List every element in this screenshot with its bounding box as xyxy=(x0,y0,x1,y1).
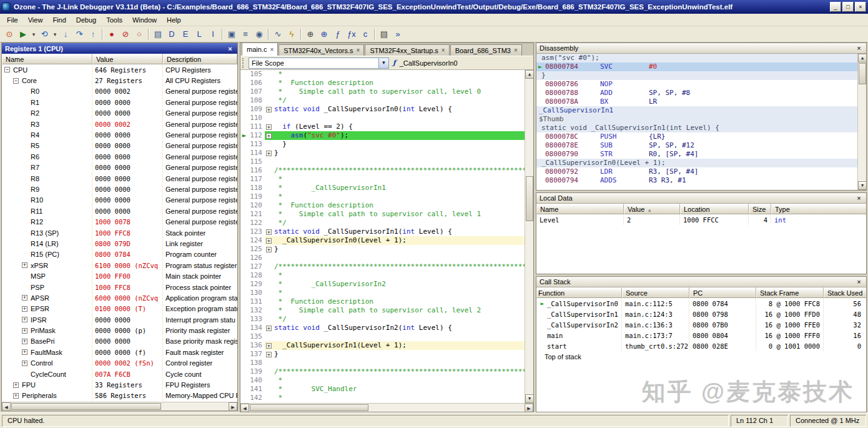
expand-box-icon[interactable]: + xyxy=(266,352,272,357)
menu-help[interactable]: Help xyxy=(162,14,186,26)
call-stack-frame-row[interactable]: _CallSupervisorIn2main.c:136:30800 07B01… xyxy=(536,319,866,330)
code-line[interactable]: 113 } xyxy=(240,140,533,149)
register-row[interactable]: +xPSR6100 0000 (nZCvqProgram status regi… xyxy=(2,260,237,271)
tab-STM32F4xx_Startup.s[interactable]: STM32F4xx_Startup.s× xyxy=(365,44,449,56)
line-number[interactable]: 121 xyxy=(248,210,265,219)
register-row[interactable]: R10000 0000General purpose registe xyxy=(2,97,237,107)
register-row[interactable]: R15 (PC)0800 0784Program counter xyxy=(2,249,237,260)
line-number[interactable]: 107 xyxy=(248,87,265,96)
power-button[interactable]: ⊙ xyxy=(2,27,16,41)
expand-box-icon[interactable]: + xyxy=(266,247,272,252)
code-line[interactable]: 127/************************************… xyxy=(240,262,533,271)
line-number[interactable]: 119 xyxy=(248,192,265,201)
disassembly-instruction-row[interactable]: 08000794ADDSR3 R3, #1 xyxy=(536,176,866,185)
line-number[interactable]: 141 xyxy=(248,385,265,394)
line-number[interactable]: 128 xyxy=(248,271,265,280)
column-header-value[interactable]: Value xyxy=(92,54,163,64)
code-line[interactable]: 138 xyxy=(240,359,533,367)
local-variable-row[interactable]: Level21000 FFCC4int xyxy=(536,214,866,225)
register-row[interactable]: +FPU33 RegistersFPU Registers xyxy=(2,379,237,390)
code-line[interactable]: 123+static void _CallSupervisorIn1(int L… xyxy=(240,227,533,236)
line-number[interactable]: 136 xyxy=(248,341,265,350)
registers-hscrollbar[interactable]: ◀ ▶ xyxy=(2,402,237,411)
code-line[interactable]: 130 * xyxy=(240,289,533,297)
line-number[interactable]: 132 xyxy=(248,306,265,315)
expand-box-icon[interactable]: + xyxy=(266,124,272,130)
expand-icon[interactable]: + xyxy=(22,317,27,322)
code-profile-button[interactable]: c xyxy=(358,27,372,41)
register-row[interactable]: +PriMask0000 0000 (p)Priority mask regis… xyxy=(2,325,237,336)
register-row[interactable]: R20000 0000General purpose registe xyxy=(2,108,237,119)
call-stack-frame-row[interactable]: _CallSupervisorIn1main.c:124:30800 07981… xyxy=(536,309,866,319)
expand-icon[interactable]: + xyxy=(22,349,27,355)
editor-hscrollbar[interactable]: ◀ ▶ xyxy=(240,403,533,412)
register-row[interactable]: R13 (SP)1000 FFC8Stack pointer xyxy=(2,227,237,238)
register-row[interactable]: +FaultMask0000 0000 (f)Fault mask regist… xyxy=(2,347,237,357)
console-view-button[interactable]: ≡ xyxy=(239,27,252,41)
code-line[interactable]: 107 * Simple call path to supervisor cal… xyxy=(240,87,533,96)
line-number[interactable]: 126 xyxy=(248,254,265,262)
code-line[interactable]: 139/************************************… xyxy=(240,367,533,376)
register-row[interactable]: +EPSR0100 0000 (T)Exception program stat… xyxy=(2,304,237,314)
disassembly-source-row[interactable]: asm("svc #0"); xyxy=(536,54,866,62)
scroll-thumb[interactable] xyxy=(526,176,533,221)
expand-icon[interactable]: + xyxy=(13,382,19,388)
line-number[interactable]: 109 xyxy=(248,105,265,114)
close-icon[interactable]: × xyxy=(270,46,274,53)
expand-icon[interactable]: + xyxy=(22,306,27,312)
tab-main.c[interactable]: main.c× xyxy=(242,43,278,56)
call-stack-frame-row[interactable]: startthumb_crt0.s:2720800 028E0 @ 1001 0… xyxy=(536,341,866,351)
expand-icon[interactable]: + xyxy=(22,295,27,301)
step-over-button[interactable]: ↷ xyxy=(72,27,86,41)
line-number[interactable]: 113 xyxy=(248,140,265,149)
register-row[interactable]: +APSR6000 0000 (nZCvqApplication program… xyxy=(2,292,237,303)
disassembly-label-row[interactable]: _CallSupervisorIn1 xyxy=(536,106,866,115)
call-stack-panel-title[interactable]: Call Stack × xyxy=(536,277,866,287)
disassembly-instruction-row[interactable]: 0800078ABXLR xyxy=(536,97,866,106)
collapse-icon[interactable]: − xyxy=(4,67,10,72)
close-icon[interactable]: × xyxy=(855,194,863,202)
line-number[interactable]: 106 xyxy=(248,79,265,87)
code-line[interactable]: 136+ _CallSupervisorIn1(Level + 1); xyxy=(240,341,533,350)
scroll-right-icon[interactable]: ▶ xyxy=(525,404,533,412)
code-line[interactable]: 132 * Simple call path to supervisor cal… xyxy=(240,306,533,315)
line-number[interactable]: 118 xyxy=(248,184,265,192)
register-row[interactable]: R50000 0000General purpose registe xyxy=(2,141,237,151)
close-icon[interactable]: × xyxy=(855,44,863,52)
code-line[interactable]: 106 * Function description xyxy=(240,79,533,87)
code-line[interactable]: 110 xyxy=(240,114,533,122)
call-stack-frame-row[interactable]: ►_CallSupervisorIn0main.c:112:50800 0784… xyxy=(536,298,866,309)
register-row[interactable]: R90000 0000General purpose registe xyxy=(2,184,237,194)
scroll-thumb[interactable] xyxy=(859,63,866,84)
line-number[interactable]: 120 xyxy=(248,201,265,210)
register-row[interactable]: −Core27 RegistersAll CPU Registers xyxy=(2,75,237,86)
expand-box-icon[interactable]: + xyxy=(266,151,272,156)
line-number[interactable]: 129 xyxy=(248,280,265,289)
line-number[interactable]: 133 xyxy=(248,315,265,324)
column-header-name[interactable]: Name xyxy=(2,54,92,64)
code-line[interactable]: 129 * _CallSupervisorIn2 xyxy=(240,280,533,289)
register-row[interactable]: +Peripherals586 RegistersMemory-Mapped C… xyxy=(2,391,237,401)
toggle-breakpoint-button[interactable]: ● xyxy=(105,27,119,41)
scroll-left-icon[interactable]: ◀ xyxy=(2,402,11,411)
registers-panel-title[interactable]: Registers 1 (CPU) × xyxy=(2,43,237,54)
code-line[interactable]: 116/************************************… xyxy=(240,166,533,175)
scroll-left-icon[interactable]: ◀ xyxy=(240,404,249,412)
find-button[interactable]: ⊕ xyxy=(303,27,317,41)
expand-box-icon[interactable]: + xyxy=(266,343,272,349)
close-icon[interactable]: × xyxy=(226,45,234,52)
close-icon[interactable]: × xyxy=(357,47,360,54)
close-icon[interactable]: × xyxy=(855,278,863,286)
line-number[interactable]: 134 xyxy=(248,324,265,332)
timeline-view-button[interactable]: ∿ xyxy=(271,27,285,41)
line-number[interactable]: 130 xyxy=(248,289,265,297)
code-line[interactable]: 121 * Simple call path to supervisor cal… xyxy=(240,210,533,219)
reset-options-dropdown[interactable]: ▾ xyxy=(51,27,59,41)
column-header-source[interactable]: Source xyxy=(622,287,689,298)
menu-debug[interactable]: Debug xyxy=(71,14,101,26)
code-line[interactable]: 119 * xyxy=(240,192,533,201)
scroll-thumb[interactable] xyxy=(11,403,161,410)
fx-expression-button[interactable]: ƒx xyxy=(345,27,358,41)
minimize-button[interactable]: _ xyxy=(830,2,841,12)
code-line[interactable]: 122 */ xyxy=(240,219,533,227)
